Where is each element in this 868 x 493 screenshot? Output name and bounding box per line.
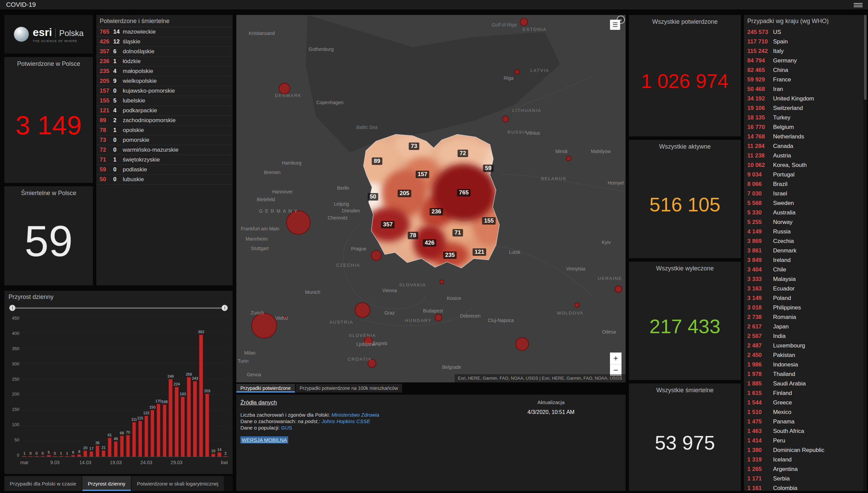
case-cluster-circle[interactable]: [439, 280, 444, 284]
map-region-count-dolnoslaskie[interactable]: 357: [381, 221, 395, 228]
country-row[interactable]: 3 869 Czechia: [744, 236, 864, 246]
daily-cases-bar[interactable]: [157, 404, 161, 457]
country-row[interactable]: 82 465 China: [744, 65, 864, 75]
daily-cases-bar[interactable]: [181, 397, 185, 457]
case-cluster-circle[interactable]: [284, 316, 287, 319]
map-region-count-podlaskie[interactable]: 59: [483, 165, 494, 172]
voivodeship-row[interactable]: 59 0 podlaskie: [96, 165, 233, 175]
case-cluster-circle[interactable]: [279, 83, 290, 94]
country-row[interactable]: 14 768 Netherlands: [744, 132, 864, 141]
country-row[interactable]: 11 238 Austria: [744, 151, 864, 160]
country-row[interactable]: 1 380 Dominican Republic: [744, 445, 864, 455]
country-row[interactable]: 117 710 Spain: [744, 37, 864, 46]
case-cluster-circle[interactable]: [355, 302, 370, 318]
country-row[interactable]: 1 161 Colombia: [744, 483, 864, 491]
country-row[interactable]: 34 192 United Kingdom: [744, 94, 864, 103]
country-row[interactable]: 3 018 Philippines: [744, 303, 864, 312]
country-row[interactable]: 4 149 Russia: [744, 227, 864, 236]
map-region-count-lodzkie[interactable]: 236: [430, 208, 443, 215]
voivodeship-row[interactable]: 72 0 warmińsko-mazurskie: [96, 145, 233, 155]
case-cluster-circle[interactable]: [435, 314, 442, 321]
slider-track[interactable]: [12, 307, 225, 309]
hamburger-menu-icon[interactable]: [854, 2, 863, 8]
country-row[interactable]: 1 885 Saudi Arabia: [744, 379, 864, 388]
zoom-in-button[interactable]: +: [610, 353, 622, 364]
voivodeship-row[interactable]: 235 4 małopolskie: [96, 67, 233, 76]
daily-cases-bar[interactable]: [35, 456, 39, 457]
case-cluster-circle[interactable]: [520, 18, 528, 26]
daily-cases-bar[interactable]: [163, 404, 167, 457]
country-row[interactable]: 7 030 Israel: [744, 189, 864, 198]
country-row[interactable]: 3 849 Ireland: [744, 255, 864, 265]
daily-cases-bar[interactable]: [90, 451, 94, 457]
country-row[interactable]: 2 450 Pakistan: [744, 350, 864, 360]
country-row[interactable]: 1 463 South Africa: [744, 426, 864, 436]
daily-cases-bar[interactable]: [108, 438, 112, 457]
map-region-count-swietokrzyskie[interactable]: 71: [453, 229, 463, 236]
daily-cases-bar[interactable]: [138, 421, 142, 457]
tab-log-scale[interactable]: Potwierdzone w skali logarytmicznej: [132, 476, 224, 491]
country-row[interactable]: 10 062 Korea, South: [744, 160, 864, 170]
case-cluster-circle[interactable]: [566, 156, 571, 161]
country-row[interactable]: 1 319 Iceland: [744, 455, 864, 464]
map-region-count-lubelskie[interactable]: 155: [482, 217, 496, 225]
tab-daily-growth[interactable]: Przyrost dzienny: [82, 476, 131, 491]
map-overlay[interactable]: KristiansandGothenburgGulf of RigaESTONI…: [236, 15, 626, 382]
map-region-count-warminsko-mazurskie[interactable]: 72: [458, 150, 468, 157]
case-cluster-circle[interactable]: [368, 359, 376, 368]
country-row[interactable]: 1 265 Argentina: [744, 464, 864, 474]
case-cluster-circle[interactable]: [251, 313, 277, 339]
daily-cases-bar[interactable]: [41, 456, 45, 457]
map-region-count-slaskie[interactable]: 426: [423, 239, 436, 247]
voivodeship-row[interactable]: 236 1 łódzkie: [96, 57, 233, 67]
case-cluster-circle[interactable]: [286, 210, 311, 235]
daily-cases-bar[interactable]: [175, 387, 179, 457]
voivodeship-row[interactable]: 73 0 pomorskie: [96, 135, 233, 145]
daily-cases-bar[interactable]: [77, 454, 81, 457]
daily-cases-bar[interactable]: [120, 436, 124, 457]
country-row[interactable]: 8 066 Brazil: [744, 179, 864, 189]
country-row[interactable]: 1 475 Panama: [744, 417, 864, 426]
case-cluster-circle[interactable]: [615, 285, 622, 293]
country-row[interactable]: 1 544 Greece: [744, 398, 864, 407]
daily-cases-bar[interactable]: [223, 456, 228, 457]
country-row[interactable]: 1 414 Peru: [744, 436, 864, 445]
case-cluster-circle[interactable]: [515, 337, 529, 351]
country-row[interactable]: 5 568 Sweden: [744, 198, 864, 208]
scrollbar-thumb[interactable]: [864, 15, 867, 100]
daily-cases-bar[interactable]: [47, 455, 51, 457]
tab-confirmed-cases[interactable]: Przypadki potwierdzone: [236, 384, 295, 393]
country-row[interactable]: 2 617 Japan: [744, 322, 864, 331]
daily-cases-bar[interactable]: [28, 456, 33, 457]
country-row[interactable]: 84 794 Germany: [744, 56, 864, 65]
voivodeship-row[interactable]: 357 6 dolnośląskie: [96, 47, 233, 57]
country-row[interactable]: 9 034 Portugal: [744, 170, 864, 179]
map-region-count-podkarpackie[interactable]: 121: [473, 248, 486, 256]
slider-handle-right[interactable]: [221, 305, 228, 311]
daily-cases-bar[interactable]: [71, 455, 75, 457]
daily-cases-bar[interactable]: [65, 456, 69, 457]
country-row[interactable]: 3 861 Denmark: [744, 246, 864, 255]
case-cluster-circle[interactable]: [514, 69, 520, 75]
country-row[interactable]: 1 510 Mexico: [744, 407, 864, 417]
country-row[interactable]: 2 567 India: [744, 331, 864, 341]
daily-cases-bar[interactable]: [59, 456, 63, 457]
country-row[interactable]: 59 929 France: [744, 75, 864, 84]
link-johns-hopkins-csse[interactable]: Johns Hopkins CSSE: [321, 418, 370, 424]
daily-cases-bar[interactable]: [22, 456, 26, 457]
country-row[interactable]: 18 135 Turkey: [744, 113, 864, 122]
country-row[interactable]: 19 106 Switzerland: [744, 103, 864, 113]
daily-cases-bar[interactable]: [126, 435, 130, 457]
daily-cases-bar[interactable]: [83, 451, 87, 457]
voivodeship-row[interactable]: 205 9 wielkopolskie: [96, 76, 233, 86]
voivodeship-row[interactable]: 765 14 mazowieckie: [96, 27, 233, 37]
country-row[interactable]: 1 171 Serbia: [744, 474, 864, 483]
daily-cases-bar[interactable]: [193, 381, 197, 457]
map-region-count-pomorskie[interactable]: 73: [409, 143, 419, 150]
tab-cases-per-100k[interactable]: Przypadki potwierdzone na 100k mieszkańc…: [296, 384, 402, 393]
countries-scrollbar[interactable]: [864, 15, 867, 491]
country-row[interactable]: 16 770 Belgium: [744, 122, 864, 132]
daily-cases-bar[interactable]: [211, 454, 215, 457]
link-gus[interactable]: GUS: [281, 425, 292, 431]
slider-handle-left[interactable]: [9, 305, 16, 311]
